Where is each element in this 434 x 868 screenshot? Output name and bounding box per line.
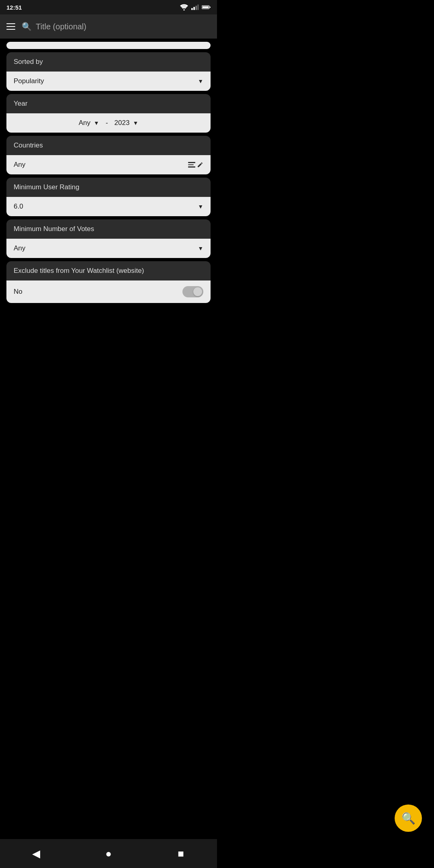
exclude-watchlist-label: Exclude titles from Your Watchlist (webs… <box>14 267 144 274</box>
min-user-rating-header: Minimum User Rating <box>6 178 211 197</box>
year-from-dropdown[interactable]: Any ▼ <box>79 119 99 127</box>
year-to-value: 2023 <box>115 119 130 127</box>
min-user-rating-arrow-icon: ▼ <box>198 203 203 210</box>
year-header: Year <box>6 94 211 113</box>
countries-body[interactable]: Any <box>6 155 211 174</box>
countries-value: Any <box>14 161 25 169</box>
svg-rect-7 <box>203 6 209 8</box>
min-votes-value: Any <box>14 244 25 252</box>
partial-top-card <box>6 42 211 49</box>
year-label: Year <box>14 100 27 107</box>
svg-point-0 <box>183 9 184 10</box>
battery-icon <box>202 4 211 10</box>
svg-rect-2 <box>193 7 195 10</box>
status-icons <box>180 4 211 10</box>
sorted-by-header: Sorted by <box>6 52 211 72</box>
sorted-by-label: Sorted by <box>14 58 43 66</box>
year-from-arrow-icon: ▼ <box>94 120 99 126</box>
sorted-by-arrow-icon: ▼ <box>198 78 203 84</box>
svg-rect-3 <box>196 6 197 10</box>
toggle-knob <box>193 287 202 296</box>
content-area: Sorted by Popularity ▼ Year Any ▼ - 2023… <box>0 39 217 338</box>
year-to-arrow-icon: ▼ <box>133 120 138 126</box>
top-bar: 🔍 Title (optional) <box>0 14 217 39</box>
search-bar[interactable]: 🔍 Title (optional) <box>22 22 211 31</box>
wifi-icon <box>180 4 188 10</box>
status-bar: 12:51 <box>0 0 217 14</box>
list-lines <box>188 162 195 168</box>
min-votes-header: Minimum Number of Votes <box>6 219 211 239</box>
sorted-by-value: Popularity <box>14 77 44 85</box>
sorted-by-section: Sorted by Popularity ▼ <box>6 52 211 91</box>
exclude-watchlist-header: Exclude titles from Your Watchlist (webs… <box>6 261 211 280</box>
countries-section: Countries Any <box>6 136 211 174</box>
svg-rect-4 <box>198 4 199 10</box>
countries-header: Countries <box>6 136 211 155</box>
min-votes-section: Minimum Number of Votes Any ▼ <box>6 219 211 258</box>
min-user-rating-label: Minimum User Rating <box>14 183 79 191</box>
min-votes-label: Minimum Number of Votes <box>14 225 94 233</box>
countries-edit-icon <box>188 162 203 168</box>
sorted-by-dropdown[interactable]: Popularity ▼ <box>6 72 211 91</box>
status-time: 12:51 <box>6 4 22 11</box>
year-separator: - <box>106 119 108 127</box>
svg-rect-1 <box>191 8 193 10</box>
year-to-dropdown[interactable]: 2023 ▼ <box>115 119 139 127</box>
year-body: Any ▼ - 2023 ▼ <box>6 113 211 133</box>
exclude-watchlist-body: No <box>6 280 211 303</box>
search-icon: 🔍 <box>22 22 32 31</box>
exclude-watchlist-toggle[interactable] <box>182 286 203 297</box>
hamburger-menu-button[interactable] <box>6 23 15 30</box>
pencil-icon <box>197 162 203 168</box>
exclude-watchlist-section: Exclude titles from Your Watchlist (webs… <box>6 261 211 303</box>
signal-icon <box>191 4 199 10</box>
min-user-rating-dropdown[interactable]: 6.0 ▼ <box>6 197 211 216</box>
year-from-value: Any <box>79 119 90 127</box>
min-votes-dropdown[interactable]: Any ▼ <box>6 239 211 258</box>
svg-rect-6 <box>210 6 211 8</box>
exclude-watchlist-value: No <box>14 288 23 296</box>
countries-label: Countries <box>14 141 43 149</box>
year-section: Year Any ▼ - 2023 ▼ <box>6 94 211 133</box>
min-votes-arrow-icon: ▼ <box>198 245 203 252</box>
min-user-rating-section: Minimum User Rating 6.0 ▼ <box>6 178 211 216</box>
min-user-rating-value: 6.0 <box>14 203 23 211</box>
search-placeholder: Title (optional) <box>36 22 86 31</box>
